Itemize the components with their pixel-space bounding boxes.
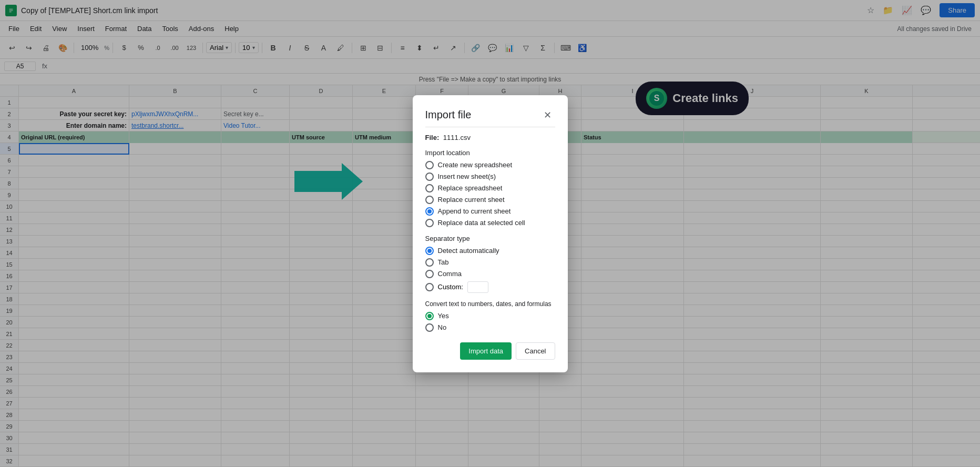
convert-title: Convert text to numbers, dates, and form… — [425, 300, 555, 308]
radio-comma[interactable]: Comma — [425, 270, 555, 278]
radio-circle-tab — [425, 258, 434, 267]
radio-circle-yes — [425, 312, 434, 320]
modal-overlay: Import file ✕ File: 1111.csv Import loca… — [0, 0, 980, 467]
radio-convert-no[interactable]: No — [425, 323, 555, 332]
radio-replace-current-sheet[interactable]: Replace current sheet — [425, 196, 555, 204]
import-location-title: Import location — [425, 149, 555, 157]
modal-file-name: 1111.csv — [443, 134, 471, 141]
custom-separator-input[interactable] — [467, 281, 488, 293]
radio-detect-auto[interactable]: Detect automatically — [425, 247, 555, 255]
radio-convert-yes[interactable]: Yes — [425, 312, 555, 320]
radio-circle-replace-current — [425, 196, 434, 204]
import-file-modal: Import file ✕ File: 1111.csv Import loca… — [413, 95, 568, 372]
modal-close-button[interactable]: ✕ — [540, 108, 555, 123]
radio-label-comma: Comma — [438, 270, 462, 278]
radio-circle-replace-selected — [425, 219, 434, 227]
modal-title: Import file — [425, 109, 472, 121]
radio-circle-create-new — [425, 161, 434, 169]
radio-label-create-new: Create new spreadsheet — [438, 161, 513, 169]
radio-append-current-sheet[interactable]: Append to current sheet — [425, 207, 555, 216]
modal-header: Import file ✕ — [425, 108, 555, 123]
modal-file-info: File: 1111.csv — [425, 134, 555, 141]
radio-label-no: No — [438, 323, 447, 331]
radio-tab[interactable]: Tab — [425, 258, 555, 267]
radio-label-insert-new: Insert new sheet(s) — [438, 172, 496, 180]
import-data-button[interactable]: Import data — [460, 342, 512, 360]
radio-insert-new-sheets[interactable]: Insert new sheet(s) — [425, 172, 555, 181]
radio-create-new-spreadsheet[interactable]: Create new spreadsheet — [425, 161, 555, 169]
modal-footer: Import data Cancel — [425, 342, 555, 360]
modal-divider — [425, 127, 555, 127]
radio-circle-custom — [425, 283, 434, 291]
radio-label-append: Append to current sheet — [438, 207, 511, 215]
radio-circle-no — [425, 323, 434, 332]
radio-circle-comma — [425, 270, 434, 278]
radio-circle-replace-spreadsheet — [425, 184, 434, 192]
radio-label-replace-selected: Replace data at selected cell — [438, 219, 525, 227]
radio-label-replace-current: Replace current sheet — [438, 196, 505, 204]
separator-type-title: Separator type — [425, 235, 555, 242]
radio-label-yes: Yes — [438, 312, 449, 320]
radio-label-replace-spreadsheet: Replace spreadsheet — [438, 184, 503, 192]
radio-replace-selected-cell[interactable]: Replace data at selected cell — [425, 219, 555, 227]
radio-circle-detect-auto — [425, 247, 434, 255]
radio-circle-append — [425, 207, 434, 216]
radio-label-tab: Tab — [438, 258, 449, 266]
radio-custom-row: Custom: — [425, 281, 555, 293]
cancel-button[interactable]: Cancel — [516, 342, 555, 360]
radio-label-custom: Custom: — [438, 283, 463, 291]
radio-label-detect-auto: Detect automatically — [438, 247, 499, 255]
radio-circle-insert-new — [425, 172, 434, 181]
radio-replace-spreadsheet[interactable]: Replace spreadsheet — [425, 184, 555, 192]
